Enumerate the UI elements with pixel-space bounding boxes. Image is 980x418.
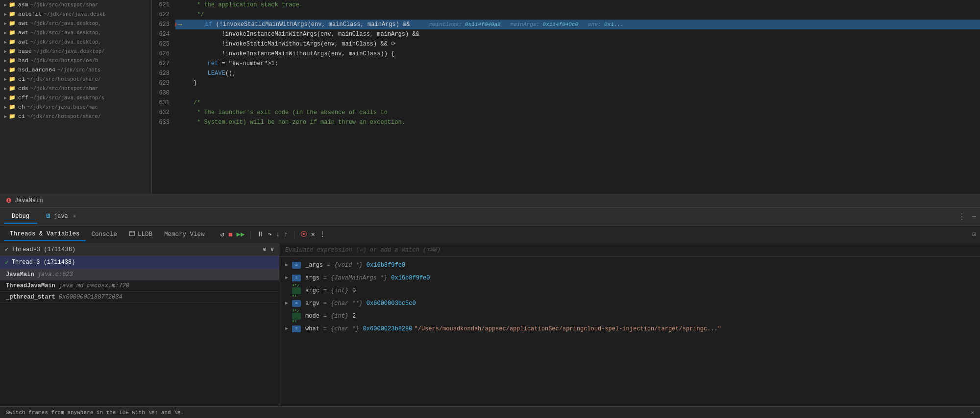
stepover-button[interactable]: ↷ (268, 230, 271, 238)
variable-list: ▶≡_args = {void *} 0x16b8f9fe0▶≡args = {… (279, 257, 980, 406)
tree-item-cds[interactable]: ▶📁cds ~/jdk/src/hotspot/shar (0, 84, 151, 93)
var-row-mode[interactable]: ▶¹⁰/₀₁mode = {int} 2 (279, 310, 980, 323)
folder-icon: 📁 (9, 57, 16, 64)
clear-button[interactable]: ✕ (311, 230, 315, 238)
ctrl-separator-2 (294, 231, 294, 238)
frame-item-2[interactable]: _pthread_start 0x0000000180772034 (0, 292, 279, 303)
chevron-icon: ▶ (4, 86, 7, 92)
var-expand-icon[interactable]: ▶ (285, 299, 288, 308)
debug-content: ✓ Thread-3 (1711438) ⊛ ∨ ✓Thread-3 (1711… (0, 243, 980, 406)
tree-item-cff[interactable]: ▶📁cff ~/jdk/src/java.desktop/s (0, 93, 151, 102)
var-kind: {int} (331, 286, 348, 296)
var-row-what[interactable]: ▶≡what = {char *} 0x6000023b8280 "/Users… (279, 323, 980, 335)
var-row-argc[interactable]: ▶¹⁰/₀₁argc = {int} 0 (279, 284, 980, 297)
breadcrumb-error-icon: ❶ (6, 197, 12, 205)
var-value: 2 (352, 311, 356, 321)
restart-button[interactable]: ↺ (220, 230, 224, 238)
chevron-icon: ▶ (4, 95, 7, 101)
debugger-controls: ↺ ◼ ▶▶ ⏸ ↷ ↓ ↑ ⦿ ✕ ⋮ (220, 230, 326, 238)
mute-button[interactable]: ⦿ (300, 231, 307, 238)
var-row-argv[interactable]: ▶≡argv = {char **} 0x6000003bc5c0 (279, 297, 980, 310)
variables-panel: Evaluate expression (⏎) or add a watch (… (279, 243, 980, 406)
tab-console[interactable]: Console (86, 228, 123, 241)
frame-file: 0x0000000180772034 (59, 294, 122, 301)
line-number-622: 622 (152, 10, 170, 20)
side-panel-icon[interactable]: ⊡ (972, 231, 976, 238)
frame-file: java.c:623 (38, 271, 73, 278)
tab-memory-view[interactable]: Memory View (158, 228, 211, 241)
thread-dropdown-icon[interactable]: ∨ (270, 246, 274, 253)
var-row-_args[interactable]: ▶≡_args = {void *} 0x16b8f9fe0 (279, 259, 980, 272)
panel-more-button[interactable]: ⋮ (958, 212, 966, 222)
frame-item-0[interactable]: JavaMain java.c:623 (0, 269, 279, 280)
var-type-icon: ¹⁰/₀₁ (292, 313, 301, 320)
var-kind: {void *} (334, 260, 363, 270)
tab-debug-label: Debug (12, 213, 29, 220)
panel-collapse-button[interactable]: — (973, 213, 976, 220)
chevron-icon: ▶ (4, 39, 7, 45)
panel-end-controls: ⊡ (972, 231, 976, 238)
debug-second-toolbar: Threads & Variables Console 🗔 LLDB Memor… (0, 226, 980, 243)
tree-item-awt[interactable]: ▶📁awt ~/jdk/src/java.desktop, (0, 19, 151, 28)
tree-item-ci[interactable]: ▶📁ci ~/jdk/src/hotspot/share/ (0, 112, 151, 121)
var-string: "/Users/mouadkondah/appsec/applicationSe… (414, 324, 721, 334)
tree-item-awt[interactable]: ▶📁awt ~/jdk/src/java.desktop, (0, 28, 151, 37)
chevron-icon: ▶ (4, 104, 7, 110)
arrow-icon: → (178, 20, 182, 29)
tree-item-bsd[interactable]: ▶📁bsd ~/jdk/src/hotspot/os/b (0, 56, 151, 65)
tree-item-ch[interactable]: ▶📁ch ~/jdk/src/java.base/mac (0, 102, 151, 112)
breadcrumb-label: JavaMain (15, 197, 43, 204)
folder-icon: 📁 (9, 85, 16, 92)
var-expand-icon[interactable]: ▶ (285, 324, 288, 334)
code-line-630 (175, 88, 980, 98)
var-expand-icon[interactable]: ▶ (285, 273, 288, 283)
stop-button[interactable]: ◼ (228, 230, 232, 238)
breakpoint-dot[interactable] (175, 22, 176, 27)
folder-icon: 📁 (9, 39, 16, 45)
ctrl-separator (250, 231, 251, 238)
status-close-button[interactable]: ✕ (971, 409, 974, 416)
var-kind: {int} (331, 311, 348, 321)
file-tree: ▶📁asm ~/jdk/src/hotspot/shar▶📁autofit ~/… (0, 0, 152, 194)
stepinto-button[interactable]: ↓ (276, 231, 280, 238)
tab-java[interactable]: 🖥 java ✕ (37, 209, 84, 224)
active-thread-item[interactable]: ✓Thread-3 (1711438) (0, 256, 279, 269)
frame-item-1[interactable]: ThreadJavaMain java_md_macosx.m:720 (0, 280, 279, 292)
line-number-625: 625 (152, 39, 170, 49)
tab-threads-variables[interactable]: Threads & Variables (4, 228, 86, 241)
var-equals: = (323, 299, 327, 308)
code-line-628: LEAVE(); (175, 69, 980, 78)
folder-icon: 📁 (9, 113, 16, 119)
tree-item-awt[interactable]: ▶📁awt ~/jdk/src/java.desktop, (0, 37, 151, 46)
tree-item-asm[interactable]: ▶📁asm ~/jdk/src/hotspot/shar (0, 0, 151, 9)
pause-button[interactable]: ⏸ (257, 231, 264, 238)
var-row-args[interactable]: ▶≡args = {JavaMainArgs *} 0x16b8f9fe0 (279, 272, 980, 284)
tree-item-c1[interactable]: ▶📁c1 ~/jdk/src/hotspot/share/ (0, 74, 151, 84)
eval-bar[interactable]: Evaluate expression (⏎) or add a watch (… (279, 243, 980, 257)
line-number-632: 632 (152, 108, 170, 117)
tab-lldb[interactable]: 🗔 LLDB (123, 228, 158, 241)
settings-button[interactable]: ⋮ (319, 230, 326, 238)
folder-icon: 📁 (9, 104, 16, 110)
var-type-icon: ≡ (292, 262, 301, 269)
var-expand-icon[interactable]: ▶ (285, 260, 288, 270)
var-equals: = (323, 286, 327, 296)
chevron-icon: ▶ (4, 114, 7, 119)
code-line-624: !invokeInstanceMainWithArgs(env, mainCla… (175, 29, 980, 39)
tab-lldb-label: LLDB (138, 231, 152, 238)
filter-icon[interactable]: ⊛ (263, 246, 267, 253)
stepout-button[interactable]: ↑ (284, 231, 288, 238)
var-addr: 0x16b8f9fe0 (391, 273, 430, 283)
threads-panel: ✓ Thread-3 (1711438) ⊛ ∨ ✓Thread-3 (1711… (0, 243, 279, 406)
code-editor: 621622623624625626627628629630631632633 … (152, 0, 980, 194)
tree-item-autofit[interactable]: ▶📁autofit ~/jdk/src/java.deskt (0, 9, 151, 19)
tab-java-close-icon[interactable]: ✕ (73, 213, 76, 219)
tree-item-bsd_aarch64[interactable]: ▶📁bsd_aarch64 ~/jdk/src/hots (0, 65, 151, 74)
tree-item-base[interactable]: ▶📁base ~/jdk/src/java.desktop/ (0, 46, 151, 56)
resume-button[interactable]: ▶▶ (236, 230, 245, 238)
var-addr: 0x6000023b8280 (363, 324, 413, 334)
chevron-icon: ▶ (4, 76, 7, 82)
tab-debug[interactable]: Debug (4, 210, 37, 224)
var-equals: = (323, 311, 327, 321)
var-addr: 0x16b8f9fe0 (367, 260, 405, 270)
